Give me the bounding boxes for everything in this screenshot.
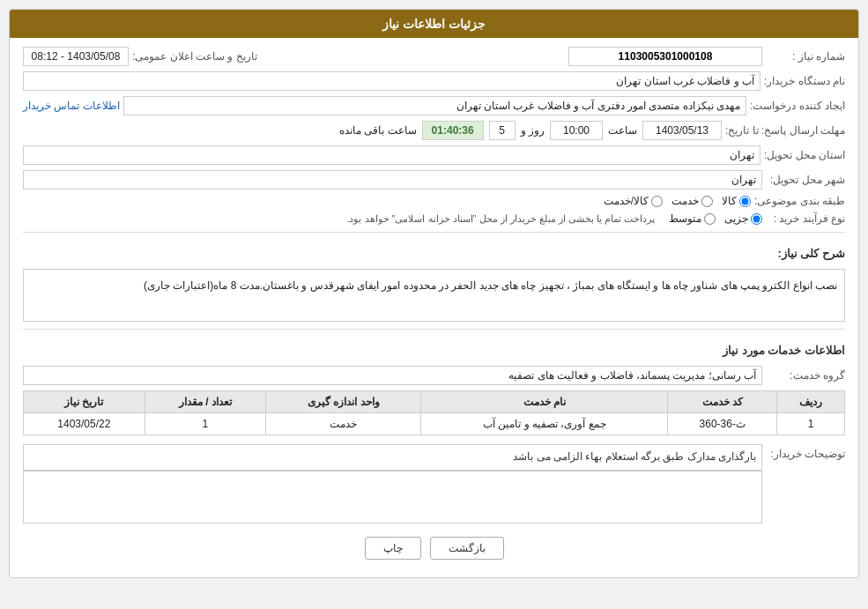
process-jozi-option[interactable]: جزیی (724, 212, 762, 225)
print-button[interactable]: چاپ (365, 537, 421, 560)
province-value: تهران (23, 145, 760, 165)
category-khedmat-option[interactable]: خدمت (671, 195, 713, 207)
service-group-value: آب رسانی؛ مدیریت پسماند، فاضلاب و فعالیت… (23, 366, 762, 385)
need-number-value: 1103005301000108 (568, 47, 762, 66)
services-section-title: اطلاعات خدمات مورد نیاز (723, 344, 845, 357)
process-jozi-radio[interactable] (751, 213, 762, 225)
category-kala-radio[interactable] (739, 196, 751, 207)
col-service-name: نام خدمت (421, 391, 668, 413)
city-value: تهران (23, 170, 762, 189)
buyer-notes-text: بارگذاری مدارک طبق برگه استعلام بهاء الز… (23, 444, 762, 471)
category-khedmat-label: خدمت (671, 195, 699, 207)
requester-label: ایجاد کننده درخواست: (750, 100, 845, 112)
process-motavaset-label: متوسط (669, 212, 701, 225)
deadline-days: 5 (489, 121, 516, 140)
cell-service_code: ث-36-360 (668, 413, 777, 435)
col-quantity: تعداد / مقدار (145, 391, 266, 413)
deadline-days-label: روز و (521, 124, 545, 137)
need-number-label: شماره نیاز : (766, 50, 845, 63)
date-value: 1403/05/08 - 08:12 (23, 47, 129, 66)
category-kala-option[interactable]: کالا (722, 195, 751, 207)
category-kala-khedmat-radio[interactable] (651, 196, 663, 207)
col-unit: واحد اندازه گیری (266, 391, 421, 413)
province-label: استان محل تحویل: (764, 149, 845, 161)
buyer-notes-textarea[interactable] (23, 471, 762, 524)
service-group-label: گروه خدمت: (766, 369, 845, 382)
org-name-value: آب و فاضلاب غرب استان تهران (23, 71, 760, 91)
deadline-date: 1403/05/13 (642, 121, 722, 140)
process-motavaset-radio[interactable] (704, 213, 716, 225)
cell-service_name: جمع آوری، تصفیه و تامین آب (421, 413, 668, 435)
cell-date: 1403/05/22 (24, 413, 145, 435)
contact-link[interactable]: اطلاعات تماس خریدار (23, 100, 120, 112)
cell-unit: خدمت (266, 413, 421, 435)
page-title: جزئیات اطلاعات نیاز (10, 10, 858, 38)
org-name-label: نام دستگاه خریدار: (764, 75, 845, 87)
table-row: 1ث-36-360جمع آوری، تصفیه و تامین آبخدمت1… (24, 413, 845, 435)
deadline-time: 10:00 (550, 121, 603, 140)
date-label: تاریخ و ساعت اعلان عمومی: (132, 50, 257, 63)
process-jozi-label: جزیی (724, 212, 748, 225)
col-date: تاریخ نیاز (24, 391, 145, 413)
description-section-title: شرح کلی نیاز: (777, 247, 845, 260)
process-note: پرداخت تمام یا بخشی از مبلغ خریدار از مح… (346, 213, 655, 225)
col-service-code: کد خدمت (668, 391, 777, 413)
category-kala-khedmat-option[interactable]: کالا/خدمت (604, 195, 663, 207)
services-table: ردیف کد خدمت نام خدمت واحد اندازه گیری ت… (23, 390, 845, 435)
process-label: نوع فرآیند خرید : (766, 212, 845, 225)
divider-2 (23, 329, 845, 330)
cell-quantity: 1 (145, 413, 266, 435)
category-kala-khedmat-label: کالا/خدمت (604, 195, 649, 207)
description-text: نصب انواع الکترو پمپ های شناور چاه ها و … (23, 269, 845, 322)
cell-row_num: 1 (777, 413, 845, 435)
divider-1 (23, 232, 845, 233)
back-button[interactable]: بازگشت (430, 537, 504, 560)
deadline-time-label: ساعت (608, 124, 637, 137)
requester-value: مهدی نیکزاده متصدی امور دفتری آب و فاضلا… (123, 96, 746, 115)
col-row-num: ردیف (777, 391, 845, 413)
category-khedmat-radio[interactable] (701, 196, 713, 207)
deadline-remaining-label: ساعت باقی مانده (339, 124, 417, 137)
deadline-label: مهلت ارسال پاسخ: تا تاریخ: (725, 124, 845, 137)
button-row: بازگشت چاپ (23, 537, 845, 568)
process-motavaset-option[interactable]: متوسط (669, 212, 716, 225)
city-label: شهر محل تحویل: (766, 174, 845, 186)
deadline-remaining: 01:40:36 (422, 121, 484, 140)
category-kala-label: کالا (722, 195, 737, 207)
buyer-notes-label: توضیحات خریدار: (766, 444, 845, 460)
category-label: طبقه بندی موضوعی: (754, 195, 845, 207)
